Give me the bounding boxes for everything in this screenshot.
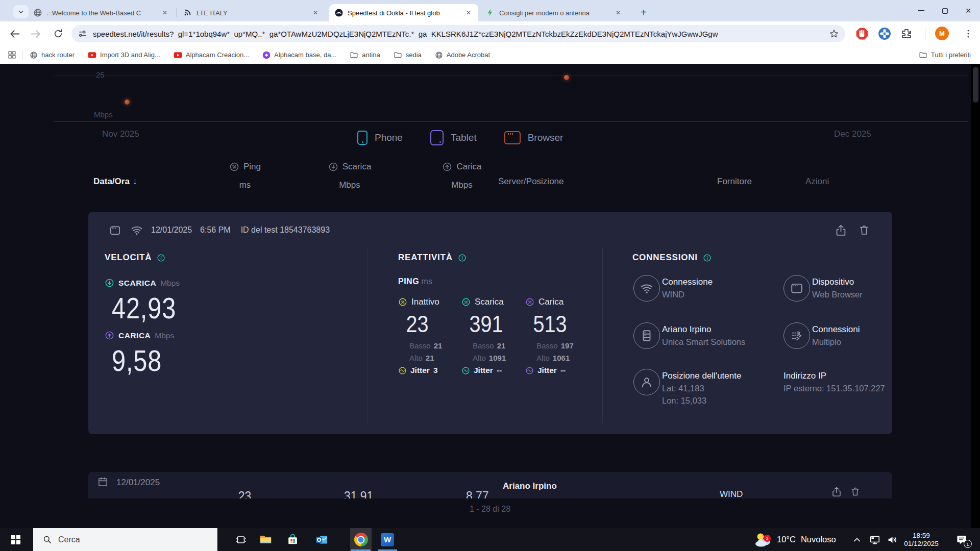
trash-icon[interactable] — [850, 486, 861, 497]
new-tab-button[interactable]: + — [636, 5, 651, 20]
column-header-server[interactable]: Server/Posizione — [498, 177, 564, 187]
file-explorer-button[interactable] — [254, 528, 277, 551]
taskbar-search-box[interactable] — [33, 528, 217, 551]
jitter-label: Jitter — [537, 366, 557, 375]
basso-label: Basso — [536, 341, 558, 350]
gauge-icon — [525, 297, 534, 307]
page-scrollbar[interactable] — [971, 64, 980, 528]
tab-speedtest-active[interactable]: Speedtest di Ookla - Il test glob ✕ — [329, 4, 478, 21]
download-value: 42,93 — [112, 291, 176, 325]
search-input[interactable] — [58, 535, 176, 544]
multi-connection-icon — [783, 322, 810, 349]
latitude-value: Lat: 41,183 — [662, 384, 741, 393]
ping-column-inattivo: Inattivo 23 Basso21 Alto21 Jitter3 — [398, 296, 460, 377]
chart-data-point[interactable] — [564, 75, 569, 80]
connection-title: Ariano Irpino — [662, 324, 745, 335]
tab-consigli-modem[interactable]: Consigli per modem o antenna ✕ — [481, 4, 628, 21]
taskbar-chrome-button[interactable] — [350, 528, 372, 551]
start-button[interactable] — [4, 528, 28, 551]
result-card-expanded[interactable]: 12/01/2025 6:56 PM ID del test 185437638… — [88, 212, 892, 434]
chart-data-point[interactable] — [125, 99, 130, 105]
outlook-button[interactable] — [310, 528, 333, 551]
connection-item: Connessione WIND — [662, 277, 713, 299]
speedtest-results-page: 25 Mbps Nov 2025 Dec 2025 Phone Tablet B… — [0, 64, 980, 528]
tab-close-button[interactable]: ✕ — [614, 8, 623, 17]
alto-label: Alto — [473, 354, 486, 362]
bookmark-alphacam-base[interactable]: Alphacam base, da... — [262, 51, 336, 59]
row-server: Ariano Irpino — [503, 481, 557, 491]
delete-result-button[interactable] — [858, 224, 870, 236]
bookmarks-separator — [22, 51, 22, 60]
bookmark-label: hack router — [41, 51, 75, 59]
bookmark-folder-sedia[interactable]: sedia — [394, 51, 422, 59]
bookmark-star-icon[interactable] — [829, 29, 839, 39]
share-icon[interactable] — [831, 486, 842, 497]
folder-icon — [350, 51, 358, 59]
server-icon — [633, 322, 660, 349]
forward-button[interactable] — [29, 27, 43, 41]
tab-lte-italy[interactable]: LTE ITALY ✕ — [178, 4, 325, 21]
jitter-label: Jitter — [474, 366, 493, 375]
connection-title: Connessione — [662, 277, 713, 287]
notification-badge: 1 — [964, 540, 972, 548]
tray-expand-button[interactable] — [849, 528, 865, 551]
tab-welcome-webbased[interactable]: .::Welcome to the Web-Based C ✕ — [28, 4, 175, 21]
tab-close-button[interactable]: ✕ — [160, 8, 169, 17]
window-maximize-button[interactable] — [933, 0, 957, 21]
bookmark-folder-antina[interactable]: antina — [350, 51, 380, 59]
taskbar-weather-widget[interactable]: 1 10°C Nuvoloso — [754, 528, 836, 551]
column-label: Scarica — [342, 162, 372, 172]
tab-close-button[interactable]: ✕ — [464, 8, 473, 17]
back-button[interactable] — [7, 27, 21, 41]
network-tray-icon[interactable] — [867, 528, 883, 551]
microsoft-store-button[interactable] — [281, 528, 304, 551]
address-bar[interactable]: speedtest.net/it/results?_gl=1*1obq94w*_… — [71, 25, 845, 42]
bookmark-adobe-acrobat[interactable]: Adobe Acrobat — [435, 51, 490, 59]
action-center-button[interactable]: 1 — [948, 528, 975, 551]
info-icon[interactable] — [157, 254, 165, 262]
profile-avatar[interactable]: M — [935, 27, 949, 40]
word-icon: W — [381, 533, 394, 546]
window-minimize-button[interactable] — [910, 0, 933, 21]
download-metric-label: SCARICA Mbps — [105, 278, 180, 288]
extensions-puzzle-icon[interactable] — [900, 27, 913, 40]
all-bookmarks-button[interactable]: Tutti i preferiti — [919, 46, 971, 64]
bookmark-hack-router[interactable]: hack router — [30, 51, 75, 59]
reload-button[interactable] — [51, 27, 65, 41]
taskbar-word-button[interactable]: W — [377, 528, 398, 551]
legend-tablet[interactable]: Tablet — [430, 130, 477, 145]
legend-browser[interactable]: Browser — [504, 131, 564, 144]
column-header-carica[interactable]: Carica Mbps — [419, 162, 505, 190]
legend-phone[interactable]: Phone — [357, 131, 403, 145]
adblock-extension-icon[interactable] — [855, 27, 869, 40]
taskbar-clock[interactable]: 18:59 01/12/2025 — [899, 528, 943, 551]
volume-tray-icon[interactable] — [884, 528, 900, 551]
column-header-ping[interactable]: Ping ms — [204, 162, 286, 190]
metric-name: CARICA — [118, 331, 151, 340]
weather-cloud-icon: 1 — [754, 532, 772, 547]
info-icon[interactable] — [458, 254, 467, 262]
ping-col-name: Inattivo — [411, 297, 439, 307]
tab-search-button[interactable] — [13, 5, 29, 18]
bookmark-import-3d[interactable]: Import 3D and Alig... — [88, 51, 160, 59]
ping-column-carica: Carica 513 Basso197 Alto1061 Jitter-- — [525, 296, 587, 377]
section-label: CONNESSIONI — [632, 253, 698, 263]
info-icon[interactable] — [703, 254, 712, 262]
column-header-scarica[interactable]: Scarica Mbps — [306, 162, 393, 190]
url-text[interactable]: speedtest.net/it/results?_gl=1*1obq94w*_… — [93, 30, 829, 38]
scrollbar-thumb[interactable] — [973, 67, 978, 103]
apps-grid-button[interactable] — [7, 50, 17, 60]
share-icon — [835, 224, 847, 237]
blue-extension-icon[interactable] — [878, 27, 891, 40]
site-settings-icon[interactable] — [78, 29, 88, 39]
share-result-button[interactable] — [835, 224, 847, 237]
column-header-fornitore[interactable]: Fornitore — [717, 177, 752, 187]
bookmark-alphacam-creacion[interactable]: Alphacam Creacion... — [174, 51, 249, 59]
result-time: 6:56 PM — [200, 226, 231, 235]
tab-close-button[interactable]: ✕ — [311, 8, 320, 17]
column-header-data-ora[interactable]: Data/Ora↓ — [93, 177, 137, 187]
window-close-button[interactable]: ✕ — [957, 0, 980, 21]
column-header-azioni: Azioni — [805, 177, 829, 187]
task-view-button[interactable] — [230, 528, 252, 551]
browser-menu-button[interactable] — [962, 27, 975, 40]
